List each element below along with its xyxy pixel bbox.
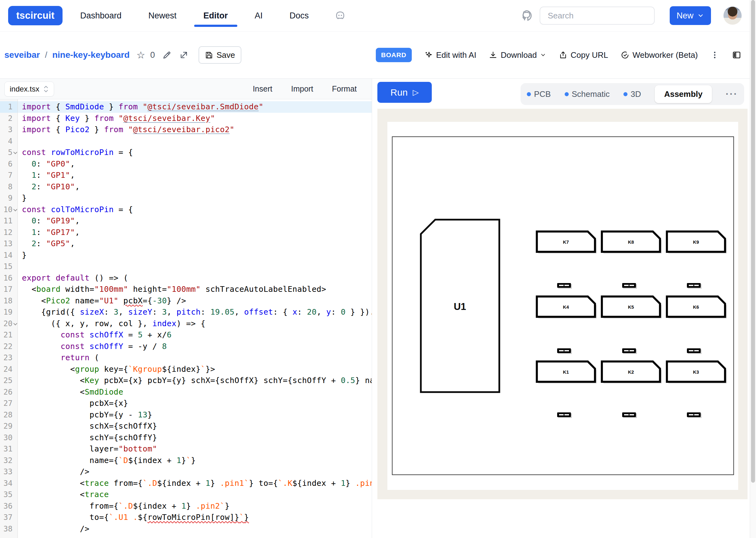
code-line[interactable]: 26 <SmdDiode [0,387,372,398]
run-button[interactable]: Run ▷ [378,82,432,103]
tab-assembly[interactable]: Assembly [655,85,712,103]
file-tab-label: index.tsx [10,85,39,93]
line-number: 7 [0,170,18,181]
nav-ai[interactable]: AI [255,2,263,29]
diode-stripe-gap [564,285,565,286]
line-number: 23 [0,352,18,364]
code-line[interactable]: 24 <group key={`Kgroup${index}`}> [0,364,372,375]
fold-chevron-icon[interactable] [13,322,18,326]
code-line[interactable]: 38 /> [0,523,372,535]
user-avatar[interactable] [724,7,742,25]
menu-insert[interactable]: Insert [253,84,272,93]
panel-layout-icon[interactable] [731,50,742,60]
discord-icon[interactable] [334,9,346,22]
view-tabs: PCB Schematic 3D Assembly ··· [521,83,744,105]
file-tab-selector[interactable]: index.tsx [4,81,54,96]
breadcrumb-owner-link[interactable]: seveibar [4,50,40,60]
code-line[interactable]: 32 name={`D${index + 1}`} [0,455,372,466]
line-number: 13 [0,238,18,250]
code-line[interactable]: 34 <trace from={`.D${index + 1} .pin1`} … [0,478,372,489]
assembly-canvas[interactable]: U1K7K8K9K4K5K6K1K2K3 [378,109,748,499]
up-down-chevron-icon [43,85,49,93]
tscircuit-logo[interactable]: tscircuit [8,6,63,25]
tabs-more-button[interactable]: ··· [726,89,738,99]
line-number: 38 [0,523,18,535]
star-icon[interactable]: ☆ [137,49,145,61]
fold-chevron-icon[interactable] [13,208,18,211]
tab-schematic[interactable]: Schematic [565,89,610,99]
code-line[interactable]: 30 schY={schOffY} [0,432,372,444]
code-line[interactable]: 5const rowToMicroPin = { [0,147,372,158]
code-line[interactable]: 27 pcbX={x} [0,398,372,409]
line-number: 14 [0,250,18,261]
copy-url-label: Copy URL [571,50,608,60]
webworker-label: Webworker (Beta) [632,50,698,60]
code-line-text: return ( [18,352,372,364]
code-line[interactable]: 10const colToMicroPin = { [0,204,372,216]
code-line[interactable]: 19 {grid({ sizeX: 3, sizeY: 3, pitch: 19… [0,306,372,318]
code-line[interactable]: 31 layer="bottom" [0,443,372,455]
code-line[interactable]: 28 pcbY={y - 13} [0,409,372,421]
edit-with-ai-button[interactable]: Edit with AI [424,50,477,60]
code-line[interactable]: 1import { SmdDiode } from "@tsci/seveiba… [0,101,372,113]
menu-import[interactable]: Import [291,84,313,93]
code-line[interactable]: 6 0: "GP0", [0,158,372,170]
code-line[interactable]: 12 1: "GP17", [0,227,372,239]
code-line[interactable]: 35 <trace [0,489,372,501]
nav-editor[interactable]: Editor [204,2,228,29]
code-line[interactable]: 2import { Key } from "@tsci/seveibar.Key… [0,113,372,124]
key-label-K1: K1 [563,369,569,375]
tab-3d[interactable]: 3D [623,89,641,99]
save-button[interactable]: Save [199,46,241,64]
assembly-board-drawing[interactable]: U1K7K8K9K4K5K6K1K2K3 [392,136,734,475]
scrollbar-thumb[interactable] [751,0,755,483]
breadcrumb-separator: / [45,50,47,60]
code-line[interactable]: 36 from={`.D${index + 1} .pin2`} [0,501,372,512]
nav-newest[interactable]: Newest [148,2,177,29]
nav-dashboard[interactable]: Dashboard [80,2,121,29]
github-icon[interactable] [520,9,533,22]
line-number: 17 [0,284,18,295]
code-line[interactable]: 25 <Key pcbX={x} pcbY={y} schX={schOffX}… [0,375,372,387]
line-number: 3 [0,124,18,135]
code-area[interactable]: 1import { SmdDiode } from "@tsci/seveiba… [0,99,372,538]
code-line[interactable]: 4 [0,135,372,147]
line-number: 1 [0,101,18,113]
open-share-icon[interactable] [179,50,189,60]
code-line[interactable]: 8 2: "GP10", [0,181,372,193]
new-button[interactable]: New [670,6,711,25]
code-line[interactable]: 21 const schOffX = 5 + x/6 [0,329,372,341]
code-line[interactable]: 7 1: "GP1", [0,170,372,181]
code-line[interactable]: 20 ({ x, y, row, col }, index) => { [0,318,372,330]
fold-chevron-icon[interactable] [13,151,18,154]
code-line[interactable]: 22 const schOffY = -y / 8 [0,341,372,352]
code-line[interactable]: 23 return ( [0,352,372,364]
search-input[interactable] [540,7,655,25]
code-line-text: from={`.D${index + 1} .pin2`} [18,501,372,512]
code-line[interactable]: 16export default () => ( [0,272,372,284]
copy-url-button[interactable]: Copy URL [559,50,608,60]
code-line[interactable]: 29 schX={schOffX} [0,420,372,432]
code-line[interactable]: 11 0: "GP19", [0,215,372,227]
rename-pencil-icon[interactable] [162,50,172,60]
code-line[interactable]: 14} [0,250,372,261]
code-line-text: import { Key } from "@tsci/seveibar.Key" [18,113,372,124]
line-number: 19 [0,306,18,318]
code-line[interactable]: 33 /> [0,466,372,478]
code-line[interactable]: 9} [0,192,372,204]
code-line[interactable]: 13 2: "GP5", [0,238,372,250]
webworker-toggle[interactable]: Webworker (Beta) [621,50,698,60]
line-number: 35 [0,489,18,501]
menu-format[interactable]: Format [332,84,357,93]
download-button[interactable]: Download [489,50,546,60]
line-number: 5 [0,147,18,158]
tab-pcb[interactable]: PCB [527,89,551,99]
kebab-menu-icon[interactable] [710,51,719,59]
code-line[interactable]: 15 [0,261,372,272]
code-line[interactable]: 17 <board width="100mm" height="100mm" s… [0,284,372,295]
breadcrumb-project-link[interactable]: nine-key-keyboard [52,50,130,60]
code-line[interactable]: 37 to={`.U1 .${rowToMicroPin[row]}`} [0,512,372,523]
nav-docs[interactable]: Docs [290,2,309,29]
code-line[interactable]: 18 <Pico2 name="U1" pcbX={-30} /> [0,295,372,307]
code-line[interactable]: 3import { Pico2 } from "@tsci/seveibar.p… [0,124,372,135]
